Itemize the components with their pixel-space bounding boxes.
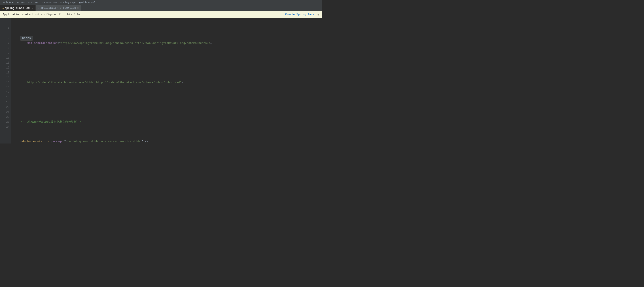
breadcrumb-dubboone[interactable]: dubboOne (2, 1, 14, 4)
tab-application-properties[interactable]: ❖ application.properties ✕ (36, 5, 81, 11)
code-line-6: http://code.alibabatech.com/schema/dubbo… (14, 80, 322, 85)
line-numbers: 4 5 6 7 8 9 10 11 12 13 14 15 16 17 18 1… (0, 18, 11, 144)
close-tab-spring-dubbo[interactable]: ✕ (32, 7, 33, 10)
code-line-8: <!--发布出去的dubbo服务类所在包的注解--> (14, 120, 322, 124)
tab-spring-dubbo[interactable]: ❖ spring-dubbo.xml ✕ (0, 5, 36, 11)
tab-label-spring-dubbo: spring-dubbo.xml (5, 7, 30, 10)
tab-bar: ❖ spring-dubbo.xml ✕ ❖ application.prope… (0, 5, 322, 11)
sep5: › (58, 1, 60, 4)
sep2: › (26, 1, 28, 4)
code-line-9: <dubbo:annotation package="com.debug.moo… (14, 139, 322, 144)
breadcrumb-src[interactable]: src (28, 1, 33, 4)
beans-indicator[interactable]: beans (20, 36, 33, 41)
close-tab-application-props[interactable]: ✕ (77, 7, 79, 10)
sep4: › (42, 1, 44, 4)
breadcrumb-spring[interactable]: spring (60, 1, 69, 4)
breadcrumb-server[interactable]: server (16, 1, 25, 4)
notification-message: Application context not configured for t… (3, 13, 80, 16)
code-line-7 (14, 100, 322, 105)
sep3: › (33, 1, 35, 4)
code-line-4: xsi:schemaLocation="http://www.springfra… (14, 41, 322, 46)
sep6: › (70, 1, 71, 4)
notification-actions: Create Spring facet ⚙ (285, 13, 319, 16)
notification-bar: Application context not configured for t… (0, 11, 322, 18)
gear-icon[interactable]: ⚙ (318, 13, 319, 16)
code-editor[interactable]: xsi:schemaLocation="http://www.springfra… (11, 18, 322, 144)
tab-label-application-props: application.properties (40, 7, 76, 10)
sep1: › (14, 1, 16, 4)
breadcrumb-file[interactable]: spring-dubbo.xml (72, 1, 96, 4)
breadcrumb-bar: dubboOne › server › src › main › resourc… (0, 0, 322, 5)
breadcrumb-resources[interactable]: resources (44, 1, 57, 4)
code-line-5 (14, 61, 322, 65)
props-file-icon: ❖ (38, 7, 40, 10)
breadcrumb-main[interactable]: main (35, 1, 41, 4)
xml-file-icon: ❖ (2, 7, 4, 10)
create-spring-facet-link[interactable]: Create Spring facet (285, 13, 316, 16)
editor-area: beans 4 5 6 7 8 9 10 11 12 13 14 15 16 1… (0, 18, 322, 144)
